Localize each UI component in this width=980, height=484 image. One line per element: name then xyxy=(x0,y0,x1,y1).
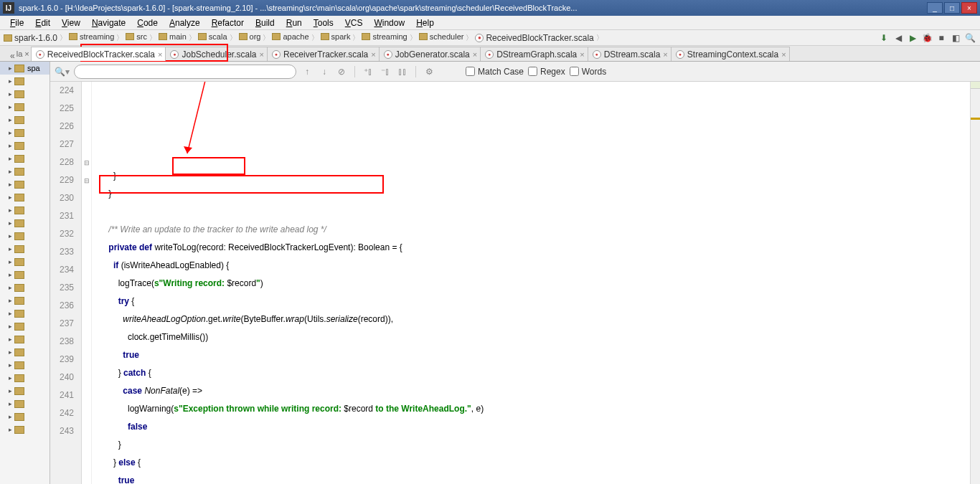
close-button[interactable]: × xyxy=(961,2,977,14)
menu-build[interactable]: Build xyxy=(250,16,281,29)
code-line[interactable]: } xyxy=(92,436,970,454)
breadcrumb-file[interactable]: ●ReceivedBlockTracker.scala xyxy=(474,33,594,43)
fold-handle[interactable] xyxy=(82,136,91,153)
breadcrumb-segment[interactable]: main xyxy=(158,32,187,41)
menu-window[interactable]: Window xyxy=(368,16,410,29)
close-tab-icon[interactable]: × xyxy=(371,50,375,59)
tree-row[interactable]: ▸spa xyxy=(0,62,50,75)
code-line[interactable]: false xyxy=(92,418,970,436)
tree-row[interactable]: ▸ xyxy=(0,307,50,320)
regex-checkbox[interactable]: Regex xyxy=(528,67,565,77)
code-line[interactable]: } catch { xyxy=(92,364,970,382)
code-editor[interactable]: 2242252262272282292302312322332342352362… xyxy=(50,82,980,484)
tree-row[interactable]: ▸ xyxy=(0,281,50,294)
prev-icon[interactable]: ◀ xyxy=(892,32,905,44)
tree-row[interactable]: ▸ xyxy=(0,346,50,359)
code-line[interactable]: /** Write an update to the tracker to th… xyxy=(92,221,970,239)
tree-row[interactable]: ▸ xyxy=(0,178,50,191)
menu-refactor[interactable]: Refactor xyxy=(206,16,250,29)
editor-tab[interactable]: ●JobGenerator.scala× xyxy=(379,47,481,61)
remove-selection-icon[interactable]: ⁻⫿ xyxy=(379,65,392,78)
fold-handle[interactable] xyxy=(82,261,91,279)
tree-row[interactable]: ▸ xyxy=(0,384,50,397)
project-tree[interactable]: ▸spa ▸▸▸▸▸▸▸▸▸▸▸▸▸▸▸▸▸▸▸▸▸▸▸▸▸▸▸▸ xyxy=(0,62,50,484)
fold-handle[interactable] xyxy=(82,243,91,261)
code-line[interactable]: writeAheadLogOption.get.write(ByteBuffer… xyxy=(92,310,970,328)
tree-row[interactable]: ▸ xyxy=(0,242,50,255)
tree-row[interactable]: ▸ xyxy=(0,126,50,139)
tree-row[interactable]: ▸ xyxy=(0,410,50,423)
close-tab-icon[interactable]: × xyxy=(158,50,162,59)
code-line[interactable]: case NonFatal(e) => xyxy=(92,382,970,400)
menu-file[interactable]: File xyxy=(4,16,29,29)
close-tab-icon[interactable]: × xyxy=(580,50,584,59)
breadcrumb-root[interactable]: spark-1.6.0 xyxy=(3,33,58,43)
menu-code[interactable]: Code xyxy=(131,16,164,29)
fold-gutter[interactable]: ⊟⊟ xyxy=(82,82,92,484)
breadcrumb-segment[interactable]: scheduler xyxy=(418,32,465,41)
editor-tab[interactable]: ●DStream.scala× xyxy=(588,47,672,61)
breadcrumb-segment[interactable]: org xyxy=(238,32,262,41)
tree-row[interactable]: ▸ xyxy=(0,139,50,152)
close-tab-icon[interactable]: × xyxy=(781,50,786,59)
fold-handle[interactable] xyxy=(82,82,91,100)
code-line[interactable]: private def writeToLog(record: ReceivedB… xyxy=(92,239,970,257)
code-line[interactable] xyxy=(92,203,970,221)
layout-icon[interactable]: ◧ xyxy=(949,32,962,44)
tree-row[interactable]: ▸ xyxy=(0,268,50,281)
fold-handle[interactable] xyxy=(82,207,91,225)
menu-tools[interactable]: Tools xyxy=(308,16,339,29)
tree-row[interactable]: ▸ xyxy=(0,152,50,165)
breadcrumb-segment[interactable]: src xyxy=(125,32,148,41)
editor-marker-strip[interactable] xyxy=(970,82,980,484)
code-area[interactable]: } } /** Write an update to the tracker t… xyxy=(92,82,970,484)
breadcrumb-segment[interactable]: scala xyxy=(197,32,228,41)
debug-icon[interactable]: 🐞 xyxy=(920,32,933,44)
fold-handle[interactable] xyxy=(82,100,91,118)
code-line[interactable]: try { xyxy=(92,293,970,310)
breadcrumb-segment[interactable]: apache xyxy=(271,32,309,41)
code-line[interactable]: clock.getTimeMillis()) xyxy=(92,328,970,346)
tree-row[interactable]: ▸ xyxy=(0,359,50,371)
breadcrumb-segment[interactable]: streaming xyxy=(361,32,407,41)
minimize-button[interactable]: _ xyxy=(927,2,943,14)
fold-handle[interactable] xyxy=(82,189,91,207)
collapse-icon[interactable]: « xyxy=(10,51,15,61)
fold-handle[interactable] xyxy=(82,225,91,243)
next-match-icon[interactable]: ↓ xyxy=(318,65,331,78)
close-tab-icon[interactable]: × xyxy=(260,50,264,59)
words-checkbox[interactable]: Words xyxy=(570,67,606,77)
fold-handle[interactable] xyxy=(82,404,91,422)
fold-handle[interactable] xyxy=(82,333,91,351)
tree-row[interactable]: ▸ xyxy=(0,217,50,229)
menu-help[interactable]: Help xyxy=(410,16,440,29)
filter-icon[interactable]: ⚙ xyxy=(423,65,435,78)
editor-tab[interactable]: ●ReceivedBlockTracker.scala× xyxy=(31,47,166,61)
menu-view[interactable]: View xyxy=(56,16,86,29)
code-line[interactable]: logTrace(s"Writing record: $record") xyxy=(92,275,970,293)
select-all-icon[interactable]: ⫿⫿ xyxy=(396,65,409,78)
search-icon[interactable]: 🔍 xyxy=(963,32,976,44)
tree-row[interactable]: ▸ xyxy=(0,204,50,217)
tree-row[interactable]: ▸ xyxy=(0,191,50,204)
close-tab-icon[interactable]: × xyxy=(663,50,667,59)
tree-row[interactable]: ▸ xyxy=(0,333,50,346)
add-selection-icon[interactable]: ⁺⫿ xyxy=(362,65,374,78)
menu-analyze[interactable]: Analyze xyxy=(164,16,206,29)
breadcrumb-segment[interactable]: spark xyxy=(320,32,352,41)
code-line[interactable]: logWarning(s"Exception thrown while writ… xyxy=(92,400,970,418)
code-line[interactable]: true xyxy=(92,346,970,364)
fold-handle[interactable] xyxy=(82,297,91,315)
menu-vcs[interactable]: VCS xyxy=(339,16,369,29)
fold-handle[interactable] xyxy=(82,351,91,369)
fold-handle[interactable]: ⊟ xyxy=(82,153,91,171)
fold-handle[interactable] xyxy=(82,369,91,386)
tree-row[interactable]: ▸ xyxy=(0,100,50,113)
code-line[interactable]: } else { xyxy=(92,454,970,472)
stop-icon[interactable]: ■ xyxy=(935,32,948,44)
tree-row[interactable]: ▸ xyxy=(0,423,50,436)
fold-handle[interactable] xyxy=(82,422,91,440)
tree-row[interactable]: ▸ xyxy=(0,294,50,307)
tree-row[interactable]: ▸ xyxy=(0,113,50,126)
tree-row[interactable]: ▸ xyxy=(0,371,50,384)
